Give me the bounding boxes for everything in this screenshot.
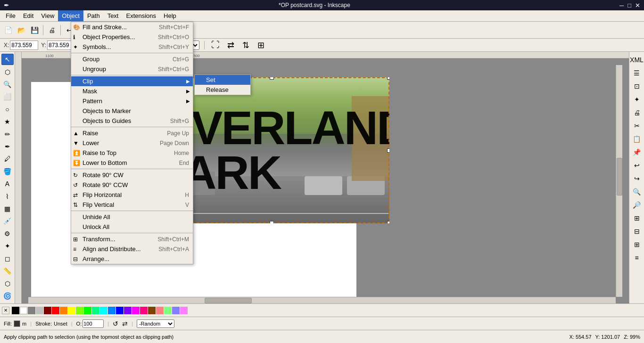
color-cyan[interactable] xyxy=(100,307,107,314)
pen-tool[interactable]: ✒ xyxy=(1,141,14,152)
right-zoom-out-button[interactable]: 🔎 xyxy=(631,199,643,211)
menu-mask[interactable]: Mask xyxy=(71,86,193,96)
save-button[interactable]: 💾 xyxy=(28,24,41,36)
clip-set[interactable]: Set xyxy=(195,75,250,85)
right-cut-button[interactable]: ✂ xyxy=(631,120,643,132)
menu-arrange[interactable]: ⊟ Arrange... xyxy=(71,254,193,264)
menu-rotate-cw[interactable]: ↻ Rotate 90° CW xyxy=(71,170,193,180)
menu-flip-horizontal[interactable]: ⇄ Flip Horizontal H xyxy=(71,190,193,200)
menu-lower-to-bottom[interactable]: ⏬ Lower to Bottom End xyxy=(71,158,193,168)
right-layers-button[interactable]: ☰ xyxy=(631,67,643,79)
bucket-tool[interactable]: 🪣 xyxy=(1,166,14,177)
menu-raise[interactable]: ▲ Raise Page Up xyxy=(71,128,193,138)
right-xml-button[interactable]: XML xyxy=(631,54,643,66)
transform-flip-btn[interactable]: ⇄ xyxy=(224,39,237,51)
maximize-button[interactable]: □ xyxy=(627,2,631,9)
color-purple[interactable] xyxy=(124,307,132,314)
color-red[interactable] xyxy=(52,307,59,314)
menu-path[interactable]: Path xyxy=(83,10,104,21)
text-tool[interactable]: A xyxy=(1,178,14,189)
menu-clip[interactable]: Clip xyxy=(71,76,193,86)
menu-lower[interactable]: ▼ Lower Page Down xyxy=(71,138,193,148)
menu-objects-to-guides[interactable]: Objects to Guides Shift+G xyxy=(71,116,193,126)
color-darkred[interactable] xyxy=(44,307,51,314)
color-magenta[interactable] xyxy=(132,307,140,314)
color-salmon[interactable] xyxy=(156,307,164,314)
menu-view[interactable]: View xyxy=(37,10,58,21)
node-tool[interactable]: ⬡ xyxy=(1,66,14,77)
right-zoom-in-button[interactable]: 🔍 xyxy=(631,186,643,198)
rect-tool[interactable]: ⬜ xyxy=(1,91,14,102)
spray-tool[interactable]: ✦ xyxy=(1,240,14,252)
circle-tool[interactable]: ○ xyxy=(1,104,14,115)
select-tool[interactable]: ↖ xyxy=(1,54,14,65)
opacity-input[interactable] xyxy=(83,319,104,328)
measure-tool[interactable]: 📏 xyxy=(1,265,14,277)
color-black[interactable] xyxy=(12,307,19,314)
random-select[interactable]: -Random xyxy=(137,319,174,328)
color-yellow[interactable] xyxy=(68,307,75,314)
color-lightgreen[interactable] xyxy=(164,307,172,314)
menu-unhide-all[interactable]: Unhide All xyxy=(71,212,193,222)
menu-raise-to-top[interactable]: ⏫ Raise to Top Home xyxy=(71,148,193,158)
menu-fill-stroke[interactable]: 🎨 Fill and Stroke... Shift+Ctrl+F xyxy=(71,22,193,32)
color-yellowgreen[interactable] xyxy=(76,307,83,314)
color-gray[interactable] xyxy=(28,307,35,314)
right-undo-button[interactable]: ↩ xyxy=(631,159,643,172)
color-orange[interactable] xyxy=(60,307,67,314)
menu-extensions[interactable]: Extensions xyxy=(122,10,160,21)
horizontal-scrollbar[interactable] xyxy=(28,297,616,303)
menu-group[interactable]: Group Ctrl+G xyxy=(71,54,193,64)
connector-tool[interactable]: ⌇ xyxy=(1,190,14,202)
color-blue[interactable] xyxy=(116,307,124,314)
color-white[interactable] xyxy=(20,307,27,314)
no-color[interactable]: ✕ xyxy=(2,307,9,314)
clip-release[interactable]: Release xyxy=(195,85,250,95)
menu-help[interactable]: Help xyxy=(160,10,180,21)
right-symbols-button[interactable]: ✦ xyxy=(631,93,643,106)
menu-object-properties[interactable]: ℹ Object Properties... Shift+Ctrl+O xyxy=(71,32,193,42)
vertical-scrollbar[interactable] xyxy=(616,65,622,297)
color-skyblue[interactable] xyxy=(108,307,116,314)
right-snap-button[interactable]: ⊟ xyxy=(631,225,643,237)
right-grid-button[interactable]: ⊞ xyxy=(631,238,643,251)
new-button[interactable]: 📄 xyxy=(2,24,14,36)
right-align-button[interactable]: ≡ xyxy=(631,252,643,264)
right-print-button[interactable]: 🖨 xyxy=(631,106,643,119)
right-objects-button[interactable]: ⊡ xyxy=(631,80,643,92)
zoom-tool[interactable]: 🔍 xyxy=(1,79,14,90)
menu-file[interactable]: File xyxy=(2,10,19,21)
menu-text[interactable]: Text xyxy=(104,10,123,21)
dropper-tool[interactable]: 💉 xyxy=(1,215,14,227)
3d-tool[interactable]: ⬡ xyxy=(1,278,14,289)
color-violet[interactable] xyxy=(180,307,188,314)
color-lightgray[interactable] xyxy=(36,307,43,314)
transform-lock-btn[interactable]: ⛶ xyxy=(209,39,222,51)
color-springgreen[interactable] xyxy=(92,307,99,314)
mirror-btn[interactable]: ⇄ xyxy=(122,320,128,327)
close-button[interactable]: ✕ xyxy=(635,2,640,9)
color-cornflower[interactable] xyxy=(172,307,180,314)
x-input[interactable] xyxy=(10,41,38,50)
rotate-btn[interactable]: ↺ xyxy=(113,320,118,327)
menu-objects-to-marker[interactable]: Objects to Marker xyxy=(71,106,193,116)
pencil-tool[interactable]: ✏ xyxy=(1,128,14,139)
menu-symbols[interactable]: ✦ Symbols... Shift+Ctrl+Y xyxy=(71,42,193,52)
spiral-tool[interactable]: 🌀 xyxy=(1,290,14,302)
menu-align-distribute[interactable]: ≡ Align and Distribute... Shift+Ctrl+A xyxy=(71,244,193,254)
eraser-tool[interactable]: ◻ xyxy=(1,253,14,264)
transform-scale-btn[interactable]: ⇅ xyxy=(239,39,252,51)
menu-ungroup[interactable]: Ungroup Shift+Ctrl+G xyxy=(71,64,193,74)
minimize-button[interactable]: ─ xyxy=(619,2,624,9)
menu-flip-vertical[interactable]: ⇅ Flip Vertical V xyxy=(71,200,193,210)
gradient-tool[interactable]: ▦ xyxy=(1,203,14,214)
right-zoom-fit-button[interactable]: ⊞ xyxy=(631,212,643,224)
color-rose[interactable] xyxy=(140,307,148,314)
menu-edit[interactable]: Edit xyxy=(19,10,37,21)
print-button[interactable]: 🖨 xyxy=(46,24,58,36)
callig-tool[interactable]: 🖊 xyxy=(1,153,14,164)
tweak-tool[interactable]: ⚙ xyxy=(1,228,14,239)
menu-transform[interactable]: ⊞ Transform... Shift+Ctrl+M xyxy=(71,234,193,244)
menu-pattern[interactable]: Pattern xyxy=(71,96,193,106)
menu-rotate-ccw[interactable]: ↺ Rotate 90° CCW xyxy=(71,180,193,190)
